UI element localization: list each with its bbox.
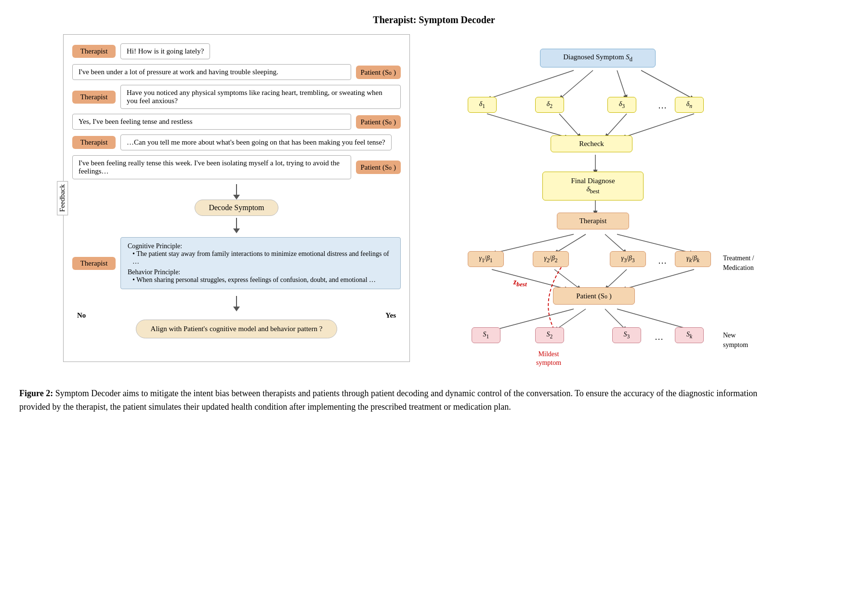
final-diagnose-node: Final Diagnoseδbest (542, 172, 644, 201)
therapist-badge-1: Therapist (72, 45, 116, 58)
no-label: No (77, 311, 86, 320)
principle-line-4: • When sharing personal struggles, expre… (132, 276, 394, 284)
s2-node: S2 (535, 327, 564, 343)
svg-line-5 (559, 114, 581, 138)
align-box: Align with Patient's cognitive model and… (136, 320, 338, 338)
patient-badge-2: Patient (S₀ ) (356, 115, 401, 129)
svg-line-14 (492, 269, 569, 290)
delta2-node: δ2 (535, 97, 564, 113)
svg-line-2 (617, 70, 627, 99)
s-dots: … (655, 332, 663, 342)
svg-line-17 (622, 269, 694, 290)
decode-arrow-line (236, 184, 237, 195)
speech-box-3: …Can you tell me more about what's been … (120, 134, 392, 150)
principle-line-2: • The patient stay away from family inte… (132, 250, 394, 266)
diagram-area: Feedback Therapist Hi! How is it going l… (19, 34, 849, 372)
chat-row-2: Therapist Have you noticed any physical … (72, 85, 401, 109)
delta1-node: δ1 (468, 97, 497, 113)
svg-line-13 (617, 234, 694, 254)
new-symptom-label: Newsymptom (723, 331, 748, 349)
figure-caption: Figure 2: Symptom Decoder aims to mitiga… (19, 387, 790, 414)
therapist-right-node: Therapist (557, 213, 629, 229)
decode-arrowhead (233, 195, 240, 200)
recheck-node: Recheck (551, 135, 632, 152)
svg-line-3 (641, 70, 694, 99)
speech-box-2: Have you noticed any physical symptoms l… (120, 85, 401, 109)
svg-line-0 (487, 70, 574, 99)
principle-box: Cognitive Principle: • The patient stay … (120, 237, 401, 289)
therapist-badge-3: Therapist (72, 136, 116, 149)
sK-node: Sk (675, 327, 704, 343)
feedback-label: Feedback (57, 181, 68, 215)
decode-arrow-line2 (236, 218, 237, 228)
svg-line-12 (605, 234, 627, 254)
right-panel-inner: Diagnosed Symptom Sd δ1 δ2 δ3 … δn Reche… (439, 34, 795, 372)
s1-node: S1 (472, 327, 500, 343)
speech-box-1: Hi! How is it going lately? (120, 43, 210, 59)
therapist-badge-4: Therapist (72, 257, 116, 270)
gamma-dots: … (658, 256, 667, 266)
chat-row-1: Therapist Hi! How is it going lately? (72, 43, 401, 59)
align-section: No Yes Align with Patient's cognitive mo… (72, 296, 401, 338)
svg-line-6 (605, 114, 627, 138)
svg-line-11 (554, 234, 586, 254)
caption-text: Symptom Decoder aims to mitigate the int… (19, 388, 757, 412)
chat-row-3: Therapist …Can you tell me more about wh… (72, 134, 401, 150)
align-arrowhead (233, 307, 240, 311)
decode-arrowhead2 (233, 228, 240, 233)
right-panel: Diagnosed Symptom Sd δ1 δ2 δ3 … δn Reche… (429, 34, 805, 372)
svg-line-1 (559, 70, 593, 99)
flow-svg (439, 34, 795, 372)
svg-line-4 (487, 114, 569, 138)
gamma3-node: γ3/β3 (610, 251, 646, 267)
figure-label: Figure 2: (19, 388, 53, 398)
treatment-label: Treatment /Medication (723, 254, 754, 272)
patient-speech-1: I've been under a lot of pressure at wor… (72, 64, 351, 80)
svg-line-10 (492, 234, 574, 254)
patient-row-1: I've been under a lot of pressure at wor… (72, 64, 401, 80)
svg-line-7 (622, 114, 694, 138)
patient-row-3: I've been feeling really tense this week… (72, 155, 401, 179)
decode-arrow-area: Decode Symptom (72, 184, 401, 233)
patient-speech-2: Yes, I've been feeling tense and restles… (72, 114, 351, 130)
gammaK-node: γk/βk (675, 251, 711, 267)
therapist-badge-2: Therapist (72, 91, 116, 104)
principle-line-3: Behavior Principle: (128, 268, 394, 276)
patient-badge-3: Patient (S₀ ) (356, 161, 401, 174)
principle-row: Therapist Cognitive Principle: • The pat… (72, 237, 401, 289)
align-no-yes-row: No Yes (72, 311, 401, 320)
patient-speech-3: I've been feeling really tense this week… (72, 155, 351, 179)
delta3-node: δ3 (607, 97, 636, 113)
svg-line-16 (605, 269, 627, 290)
gamma1-node: γ1/β1 (468, 251, 504, 267)
mildest-label: Mildestsymptom (529, 350, 568, 367)
patient-badge-1: Patient (S₀ ) (356, 66, 401, 79)
patient-row-2: Yes, I've been feeling tense and restles… (72, 114, 401, 130)
left-panel: Feedback Therapist Hi! How is it going l… (63, 34, 410, 362)
zbest-label: zbest (513, 278, 527, 288)
diagnosed-node: Diagnosed Symptom Sd (540, 49, 656, 67)
principle-line-1: Cognitive Principle: (128, 242, 394, 250)
yes-label: Yes (385, 311, 396, 320)
gamma2-node: γ2/β2 (533, 251, 569, 267)
delta-dots: … (658, 101, 667, 111)
svg-line-15 (554, 269, 581, 290)
patient-s0-node: Patient (S₀ ) (553, 287, 635, 305)
s3-node: S3 (612, 327, 641, 343)
align-arrow-line (236, 296, 237, 307)
page-title: Therapist: Symptom Decoder (19, 14, 849, 26)
decode-box: Decode Symptom (195, 200, 278, 216)
deltaN-node: δn (675, 97, 704, 113)
